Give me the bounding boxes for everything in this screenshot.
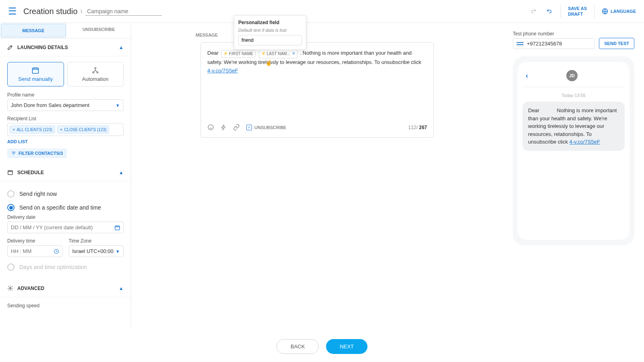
save-as-draft-button[interactable]: SAVE AS DRAFT [568,6,587,17]
calendar-icon[interactable] [114,224,120,230]
language-button[interactable]: LANGUAGE [602,8,636,14]
test-phone-input[interactable]: +97212345678 [513,38,595,49]
calendar-icon [10,66,61,74]
svg-point-4 [97,72,98,73]
send-manually-button[interactable]: Send manually [7,62,64,86]
top-bar: ☰ Creation studio \ SAVE AS DRAFT LANGUA… [0,0,644,23]
svg-rect-1 [33,68,39,73]
chip-close-clients[interactable]: ×CLOSE CLIENTS (123) [57,125,109,134]
message-editor[interactable]: Personalized field Default text if data … [200,42,434,138]
unsubscribe-checkbox[interactable]: ✓ UNSUBSCRIBE [246,125,286,130]
preview-pane: Test phone number +97212345678 SEND TEST… [503,23,644,329]
message-body[interactable]: Dear ⚡FIRST NAME ⚡LAST NAM...× . Nothing… [207,49,427,117]
radio-optimization[interactable]: Days and time optimization [7,260,124,274]
app-title: Creation studio [23,7,78,16]
emoji-icon[interactable] [207,124,214,131]
recipient-list-input[interactable]: ×ALL CLIENTS (123) ×CLOSE CLIENTS (123) [7,123,124,136]
undo-icon[interactable] [530,8,538,14]
delivery-date-input[interactable] [7,222,124,233]
preview-unsub-link: 4-v.co/7S5eF [570,139,600,145]
tab-unsubscribe[interactable]: UNSUBSCRIBE [67,23,131,38]
editor-header: MESSAGE [196,33,218,37]
schedule-icon [7,169,13,175]
field-last-name-pill[interactable]: ⚡LAST NAM...× [259,49,297,58]
personalized-field-popover: Personalized field Default text if data … [234,15,306,50]
pill-remove-icon[interactable]: × [292,50,295,58]
back-icon: ‹ [526,72,528,80]
unsubscribe-link[interactable]: 4-v.co/7S5eF [207,68,238,74]
field-first-name-pill[interactable]: ⚡FIRST NAME [221,50,256,58]
edit-icon [7,44,13,50]
profile-name-label: Profile name [7,92,124,98]
popover-default-text-input[interactable] [238,35,302,45]
gear-icon [7,285,13,291]
automation-icon [70,66,121,74]
chevron-down-icon: ▼ [116,103,120,108]
sidebar: MESSAGE UNSUBSCRIBE LAUNCHING DETAILS ▲ … [0,23,131,329]
flag-icon [516,41,524,46]
popover-title: Personalized field [238,20,302,25]
filter-icon [11,151,16,156]
test-phone-label: Test phone number [513,31,595,37]
avatar: JD [566,70,578,81]
svg-point-3 [93,72,94,73]
radio-send-now[interactable]: Send right now [7,187,124,201]
svg-point-2 [95,68,96,69]
section-advanced-toggle[interactable]: ADVANCED ▲ [0,280,131,297]
preview-time: Today 13:55 [522,93,625,98]
phone-preview: ‹ JD Today 13:55 Dear Nothing is more im… [513,56,634,245]
chevron-up-icon: ▲ [119,286,124,291]
campaign-name-input[interactable] [85,7,162,16]
delivery-time-label: Delivery time [7,238,62,244]
add-list-button[interactable]: ADD LIST [7,139,28,144]
bolt-icon[interactable] [221,124,227,131]
svg-rect-6 [115,226,120,230]
chevron-down-icon: ▼ [116,249,120,254]
timezone-label: Time Zone [69,238,124,244]
automation-button[interactable]: Automation [67,62,124,86]
chevron-up-icon: ▲ [119,45,124,50]
send-test-button[interactable]: SEND TEST [599,38,634,49]
svg-point-9 [208,125,213,130]
breadcrumb-sep: \ [81,8,83,14]
globe-icon [602,8,608,14]
timezone-select[interactable]: Israel UTC+00:00 ▼ [69,245,124,257]
sending-speed-label: Sending speed [7,303,124,309]
filter-contacts-button[interactable]: FILTER CONTACTS/3 [7,148,67,158]
svg-point-8 [10,288,11,289]
profile-name-select[interactable]: John Dore from Sales department ▼ [7,99,124,111]
editor-pane: MESSAGE Personalized field Default text … [131,23,503,329]
chip-all-clients[interactable]: ×ALL CLIENTS (123) [10,125,55,134]
tab-message[interactable]: MESSAGE [1,24,66,37]
section-launching-toggle[interactable]: LAUNCHING DETAILS ▲ [0,39,131,56]
redo-icon[interactable] [545,8,553,14]
menu-icon[interactable]: ☰ [8,6,17,17]
clock-icon[interactable] [54,249,59,254]
chevron-up-icon: ▲ [119,170,124,175]
char-counter: 112/ 267 [408,125,427,130]
popover-hint: Default text if data is lost [238,28,302,33]
section-schedule-toggle[interactable]: SCHEDULE ▲ [0,164,131,181]
radio-send-specific[interactable]: Send on a specific date and time [7,201,124,214]
delivery-date-label: Delivery date [7,214,124,220]
link-icon[interactable] [233,124,240,131]
svg-rect-5 [8,171,12,175]
preview-message-bubble: Dear Nothing is more important than your… [522,102,625,151]
recipient-list-label: Recipient List [7,116,124,121]
